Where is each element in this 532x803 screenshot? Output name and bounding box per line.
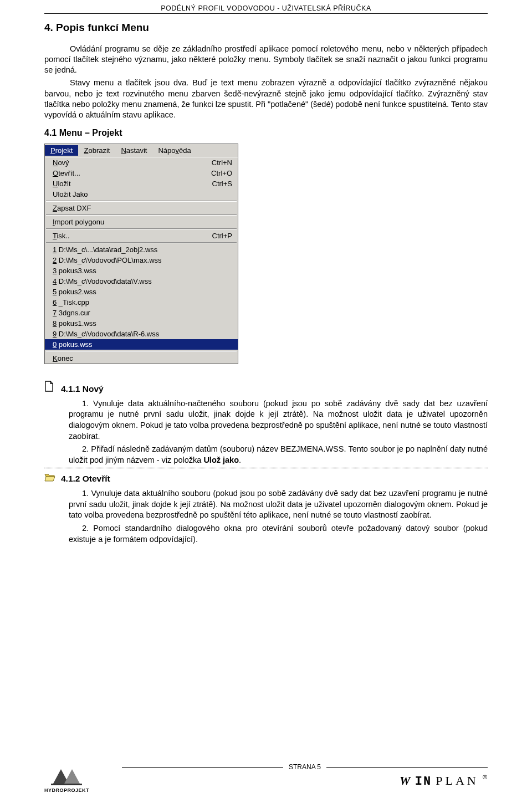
doc-header-title: PODÉLNÝ PROFIL VODOVODOU - UŽIVATELSKÁ P… (44, 4, 488, 12)
footer-brand: W IN PLAN ® (400, 774, 488, 789)
section-4-para-1: Ovládání programu se děje ze základního … (44, 44, 488, 75)
section-4-para-2: Stavy menu a tlačítek jsou dva. Buď je t… (44, 78, 488, 120)
menu-item-recent[interactable]: 3 pokus3.wss (45, 265, 238, 276)
header-rule (44, 13, 488, 14)
menu-item-recent[interactable]: 9 D:\Ms_c\Vodovod\data\R-6.wss (45, 329, 238, 339)
menu-item-otevrit[interactable]: Otevřít...Ctrl+O (45, 168, 238, 178)
menu-item-recent-selected[interactable]: 0 pokus.wss (45, 339, 238, 350)
section-4-1-2-title: 4.1.2 Otevřít (61, 474, 110, 484)
menubar-item-napoveda[interactable]: Nápověda (152, 145, 196, 156)
menu-item-recent[interactable]: 8 pokus1.wss (45, 318, 238, 329)
menu-item-import-polygonu[interactable]: Import polygonu (45, 217, 238, 227)
menu-separator (46, 201, 237, 202)
footer-rule (122, 767, 283, 768)
menu-item-tisk[interactable]: Tisk..Ctrl+P (45, 231, 238, 241)
menubar-item-projekt[interactable]: Projekt (45, 145, 78, 156)
page-footer: HYDROPROJEKT STRANA 5 W IN PLAN ® (44, 758, 488, 793)
footer-rule (326, 767, 488, 768)
svg-rect-0 (51, 784, 82, 785)
menu-item-recent[interactable]: 6 _Tisk.cpp (45, 297, 238, 308)
menu-item-recent[interactable]: 7 3dgns.cur (45, 308, 238, 318)
menu-item-ulozit[interactable]: UložitCtrl+S (45, 178, 238, 189)
footer-logo-text: HYDROPROJEKT (44, 787, 89, 793)
menu-item-zapsat-dxf[interactable]: Zapsat DXF (45, 203, 238, 213)
section-4-1-1-p2: 2. Přiřadí následně zadávaným datům (sou… (69, 444, 488, 466)
menu-item-recent[interactable]: 4 D:\Ms_c\Vodovod\data\V.wss (45, 276, 238, 287)
menu-separator (46, 351, 237, 352)
dotted-rule (44, 468, 488, 468)
menu-separator (46, 242, 237, 243)
section-4-1-1-p1: 1. Vynuluje data aktuálního-načteného so… (69, 398, 488, 442)
menubar: Projekt Zobrazit Nastavit Nápověda (45, 144, 238, 157)
section-4-1-2-p1: 1. Vynuluje data aktuálního souboru (pok… (69, 488, 488, 521)
menubar-item-zobrazit[interactable]: Zobrazit (78, 145, 115, 156)
menu-item-ulozit-jako[interactable]: Uložit Jako (45, 189, 238, 200)
menu-item-recent[interactable]: 5 pokus2.wss (45, 287, 238, 297)
new-file-icon (44, 381, 55, 393)
menubar-item-nastavit[interactable]: Nastavit (115, 145, 152, 156)
menu-item-konec[interactable]: Konec (45, 353, 238, 364)
menu-screenshot: Projekt Zobrazit Nastavit Nápověda NovýC… (44, 144, 238, 364)
menu-item-recent[interactable]: 1 D:\Ms_c\...\data\rad_2obj2.wss (45, 244, 238, 255)
menu-separator (46, 214, 237, 216)
dropdown-projekt: NovýCtrl+N Otevřít...Ctrl+O UložitCtrl+S… (45, 157, 238, 364)
footer-logo: HYDROPROJEKT (44, 767, 89, 793)
section-4-1-title: 4.1 Menu – Projekt (44, 128, 488, 138)
footer-page-number: STRANA 5 (289, 763, 321, 771)
menu-separator (46, 228, 237, 229)
section-4-1-1-title: 4.1.1 Nový (61, 384, 104, 394)
section-4-1-2-p2: 2. Pomocí standardního dialogového okna … (69, 523, 488, 545)
menu-item-novy[interactable]: NovýCtrl+N (45, 157, 238, 168)
section-4-title: 4. Popis funkcí Menu (44, 22, 488, 34)
open-file-icon (44, 473, 55, 483)
menu-item-recent[interactable]: 2 D:\Ms_c\Vodovod\POL\max.wss (45, 255, 238, 265)
